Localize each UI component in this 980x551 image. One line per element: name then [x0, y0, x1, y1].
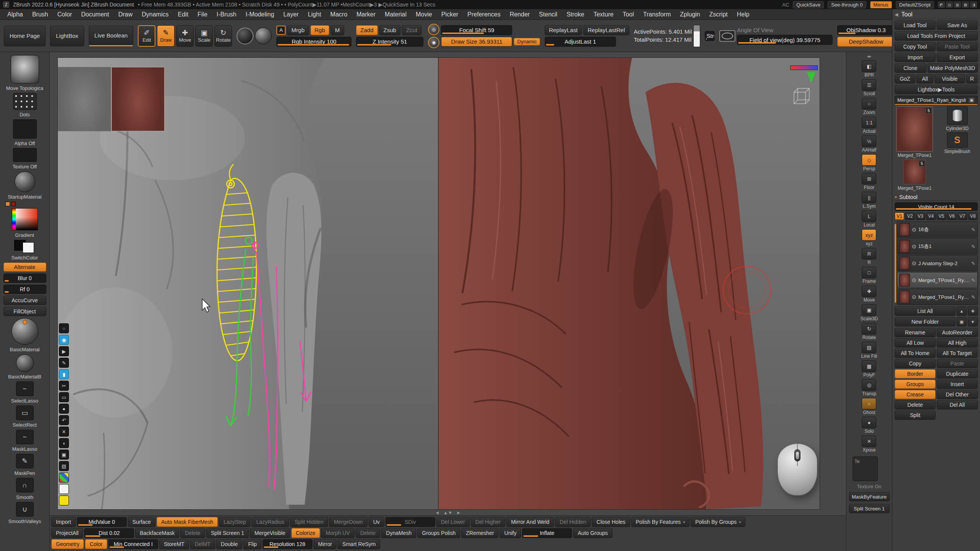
subtool-button[interactable]: AutoReorder	[937, 328, 978, 337]
viewport-control-button[interactable]: ▦ PolyF	[862, 360, 876, 378]
goz-visible-button[interactable]: Visible	[934, 74, 965, 83]
current-brush-thumbnail[interactable]	[11, 55, 39, 83]
viewport-control-button[interactable]: ☰ Scroll	[862, 79, 876, 96]
window-icon[interactable]: ◩	[938, 2, 945, 8]
basic-material-sphere[interactable]	[11, 318, 38, 345]
bottom-button[interactable]: MergeVisible	[250, 528, 290, 538]
bottom-button[interactable]: Delete	[180, 528, 205, 538]
default-zscript-button[interactable]: DefaultZScript	[896, 1, 934, 8]
objshadow-slider[interactable]: ObjShadow 0.3	[837, 25, 892, 35]
version-tab[interactable]: V5	[937, 212, 946, 220]
subtool-row[interactable]: ⊙ 16층 ✎	[897, 222, 978, 238]
viewport-control-button[interactable]: ⊞ Floor	[862, 173, 876, 190]
paintbrush-icon[interactable]: ✎	[971, 294, 975, 300]
menu-item[interactable]: I-Brush	[212, 10, 241, 19]
menu-item[interactable]: Dynamics	[137, 10, 173, 19]
menu-item[interactable]: Texture	[589, 10, 617, 19]
menu-item[interactable]: Brush	[28, 10, 52, 19]
replay-last-rel-button[interactable]: ReplayLastRel	[583, 25, 629, 35]
mini-toolbar-icon[interactable]: ↶	[59, 415, 69, 425]
draw-size-slider[interactable]: Draw Size 36.93311	[441, 37, 512, 47]
mask-by-feature-button[interactable]: MaskByFeature	[849, 492, 890, 501]
bottom-button[interactable]: Close Holes	[592, 517, 630, 527]
smooth-valleys-icon[interactable]: ∪	[16, 502, 34, 517]
list-all-button[interactable]: List All	[895, 306, 956, 316]
bottom-button[interactable]: LazyStep	[219, 517, 250, 527]
viewport-control-button[interactable]: xyz xyz	[862, 229, 876, 246]
mini-toolbar-icon[interactable]	[59, 496, 69, 505]
lightbox-button[interactable]: LightBox	[50, 26, 84, 46]
menu-item[interactable]: Movie	[412, 10, 436, 19]
menu-item[interactable]: Marker	[352, 10, 380, 19]
bottom-button[interactable]: Unify	[500, 528, 521, 538]
version-tab[interactable]: V8	[968, 212, 978, 220]
material-sphere[interactable]	[255, 28, 272, 44]
subtool-button[interactable]: Delete	[895, 400, 936, 409]
bottom-button[interactable]: Delete	[356, 528, 380, 538]
new-folder-button[interactable]: New Folder	[895, 317, 956, 326]
subtool-button[interactable]: Paste	[937, 359, 978, 368]
bottom-button[interactable]: DelMT	[190, 539, 215, 549]
snapshot-thumbnail-1[interactable]	[58, 67, 111, 131]
menu-item[interactable]: Light	[304, 10, 325, 19]
folder-icon[interactable]: ▣	[957, 317, 967, 326]
bottom-button[interactable]: Uv	[369, 517, 384, 527]
pager-left-icon[interactable]: ◄	[435, 510, 439, 515]
draw-mode-button[interactable]: ✎Draw	[157, 25, 175, 47]
z-intensity-slider[interactable]: Z Intensity 51	[356, 37, 423, 47]
mini-toolbar-icon[interactable]: ▶	[59, 346, 69, 356]
version-tab[interactable]: V7	[957, 212, 967, 220]
subtool-button[interactable]: Del Other	[937, 390, 978, 399]
lightbox-tools-button[interactable]: Lightbox▶Tools	[895, 85, 978, 94]
subtool-button[interactable]: Duplicate	[937, 369, 978, 378]
bottom-button[interactable]: Polish By Groups	[691, 517, 745, 527]
bottom-button[interactable]: MidValue 0	[77, 517, 127, 527]
pager-right-icon[interactable]: ►	[456, 510, 461, 515]
bottom-button[interactable]: Colorize	[291, 528, 320, 538]
bottom-button[interactable]: Polish By Features	[631, 517, 689, 527]
bottom-button[interactable]: Resolution 128	[263, 539, 312, 549]
menu-item[interactable]: Edit	[173, 10, 193, 19]
mini-toolbar-icon[interactable]: ✂	[59, 381, 69, 391]
window-icon[interactable]: ▤	[946, 2, 953, 8]
dynamic-button[interactable]: Dynamic	[514, 38, 540, 46]
bottom-button[interactable]: Flip	[243, 539, 261, 549]
panel-divider-handle[interactable]: ◂▸	[867, 54, 871, 59]
bottom-button[interactable]: Dist 0.02	[84, 528, 134, 538]
tool-preview-icon[interactable]: ▣	[968, 97, 975, 103]
pager-updown-icon[interactable]: ▲▼	[443, 510, 452, 515]
subtool-row[interactable]: ⊙ J Anatomy Step-2 ✎	[897, 255, 978, 271]
subtool-button[interactable]: Groups	[895, 380, 936, 389]
viewport-control-button[interactable]: L Local	[862, 210, 876, 228]
split-screen-button[interactable]: Split Screen 1	[849, 504, 890, 513]
bottom-button[interactable]: Surface	[128, 517, 155, 527]
bottom-button[interactable]: DynaMesh	[381, 528, 416, 538]
menu-item[interactable]: Alpha	[3, 10, 27, 19]
make-polymesh3d-button[interactable]: Make PolyMesh3D	[928, 64, 978, 73]
load-tools-from-project-button[interactable]: Load Tools From Project	[895, 31, 978, 41]
left-viewport[interactable]: ○◉▶✎▮✂▭●↶✕◖▣▤	[58, 58, 439, 509]
subtool-scrollbar[interactable]	[895, 224, 896, 303]
menu-item[interactable]: Color	[53, 10, 76, 19]
menu-item[interactable]: Stroke	[562, 10, 588, 19]
fill-object-button[interactable]: FillObject	[3, 307, 46, 316]
blur-slider[interactable]: Blur 0	[3, 274, 46, 283]
m-button[interactable]: M	[331, 25, 344, 35]
recent-color-swatches[interactable]	[5, 202, 16, 206]
mini-toolbar-icon[interactable]: ◉	[59, 335, 69, 345]
eye-icon[interactable]: ⊙	[912, 294, 916, 300]
menu-item[interactable]: Material	[381, 10, 411, 19]
eye-icon[interactable]: ⊙	[912, 243, 916, 249]
viewport-control-button[interactable]: ▤ Line Fill	[861, 342, 877, 359]
viewport-control-button[interactable]: || L.Sym	[862, 192, 876, 209]
rgb-intensity-slider[interactable]: Rgb Intensity 100	[276, 37, 351, 47]
folder-down-icon[interactable]: ▼	[968, 317, 978, 326]
goz-button[interactable]: GoZ	[895, 74, 915, 83]
home-page-button[interactable]: Home Page	[4, 26, 46, 46]
version-tab[interactable]: V6	[947, 212, 957, 220]
bottom-button[interactable]: Del Higher	[471, 517, 505, 527]
bottom-button[interactable]: BackfaceMask	[135, 528, 179, 538]
zcut-button[interactable]: Zcut	[402, 25, 421, 35]
rgb-button[interactable]: Rgb	[310, 25, 330, 35]
menu-item[interactable]: Stencil	[535, 10, 562, 19]
